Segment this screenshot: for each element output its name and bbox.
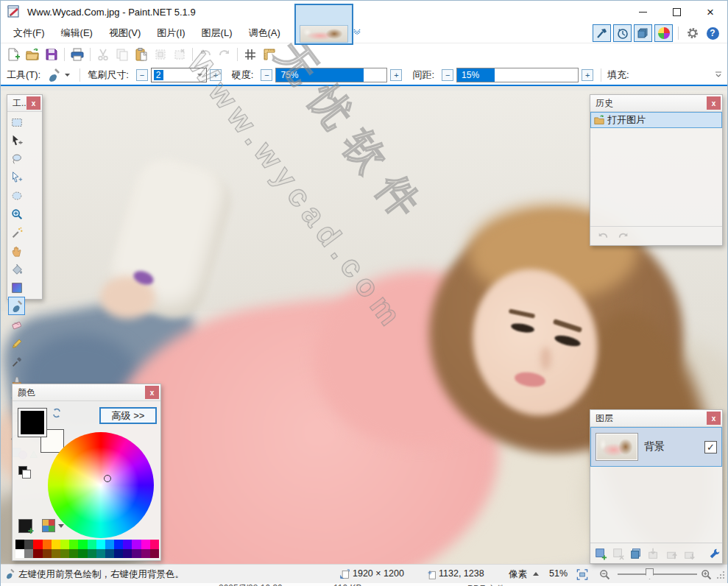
palette-swatch[interactable] — [88, 549, 96, 559]
layer-properties-button[interactable] — [707, 546, 722, 562]
resize-grip[interactable] — [716, 571, 725, 579]
new-file-button[interactable] — [4, 45, 23, 64]
image-tab-active[interactable] — [294, 4, 353, 45]
palette-swatch[interactable] — [114, 540, 123, 549]
palette-swatch[interactable] — [69, 540, 78, 549]
spacing-slider[interactable]: 15% — [456, 68, 579, 82]
palette-swatch[interactable] — [52, 540, 60, 549]
hardness-increase-button[interactable]: + — [390, 69, 402, 81]
merge-layer-down-button[interactable] — [646, 546, 661, 562]
palette-swatch[interactable] — [52, 549, 60, 559]
palette-swatch[interactable] — [141, 549, 150, 559]
tool-move-pixels[interactable] — [8, 131, 25, 149]
minimize-button[interactable] — [626, 1, 660, 23]
open-file-button[interactable] — [23, 45, 42, 64]
palette-swatch[interactable] — [15, 540, 24, 549]
close-button[interactable]: × — [693, 1, 727, 23]
tool-gradient[interactable] — [8, 278, 25, 297]
save-button[interactable] — [42, 45, 61, 64]
duplicate-layer-button[interactable] — [629, 546, 643, 562]
tool-paint-bucket[interactable] — [8, 260, 25, 278]
colors-panel-toggle[interactable] — [654, 24, 673, 42]
tools-panel-header[interactable]: 工... x — [7, 95, 42, 112]
menu-view[interactable]: 视图(V) — [101, 23, 149, 43]
layers-panel-close-button[interactable]: x — [707, 412, 721, 425]
palette-swatch[interactable] — [150, 540, 159, 549]
tool-paintbrush-selected[interactable] — [8, 297, 25, 315]
menu-layers[interactable]: 图层(L) — [194, 23, 241, 43]
palette-swatch[interactable] — [60, 549, 69, 559]
move-layer-down-button[interactable] — [682, 546, 697, 562]
grid-toggle-button[interactable] — [241, 45, 260, 64]
print-button[interactable] — [68, 45, 87, 64]
palette-swatch[interactable] — [105, 540, 114, 549]
palette-swatch[interactable] — [105, 549, 114, 559]
swap-colors-icon[interactable] — [51, 407, 63, 419]
menu-file[interactable]: 文件(F) — [5, 23, 53, 43]
layers-panel-header[interactable]: 图层 x — [590, 410, 722, 427]
units-dropdown[interactable]: 像素 — [509, 568, 527, 581]
tool-move-selection[interactable] — [8, 168, 25, 186]
move-layer-up-button[interactable] — [665, 546, 679, 562]
palette-swatch[interactable] — [69, 549, 78, 559]
menu-adjustments[interactable]: 调色(A) — [240, 23, 288, 43]
zoom-to-fit-icon[interactable] — [576, 569, 588, 580]
history-panel-close-button[interactable]: x — [707, 96, 721, 110]
toolbar-overflow-chevron-icon[interactable] — [714, 70, 723, 79]
palette-swatch[interactable] — [88, 540, 96, 549]
tool-dropdown-chevron-icon[interactable] — [64, 73, 71, 77]
palette-swatch[interactable] — [114, 549, 123, 559]
tool-magic-wand[interactable] — [8, 223, 25, 241]
deselect-button[interactable] — [170, 45, 189, 64]
palette-swatch[interactable] — [60, 540, 69, 549]
menu-edit[interactable]: 编辑(E) — [53, 23, 101, 43]
settings-button[interactable] — [684, 24, 702, 42]
color-wheel-selector[interactable] — [104, 475, 111, 482]
tools-panel-close-button[interactable]: x — [26, 96, 40, 110]
history-panel-header[interactable]: 历史 x — [590, 95, 722, 112]
palette-swatch[interactable] — [78, 540, 87, 549]
palette-swatch[interactable] — [15, 549, 24, 559]
brush-size-combobox[interactable]: 2 — [151, 68, 207, 82]
palette-swatch[interactable] — [33, 540, 42, 549]
palette-swatch[interactable] — [33, 549, 42, 559]
menu-image[interactable]: 图片(I) — [149, 23, 193, 43]
history-item-open-image[interactable]: 打开图片 — [590, 112, 722, 128]
palette-swatch[interactable] — [141, 540, 150, 549]
palette-swatch[interactable] — [150, 549, 159, 559]
advanced-colors-button[interactable]: 高级 >> — [99, 407, 157, 424]
delete-layer-button[interactable] — [611, 546, 626, 562]
tools-panel-toggle[interactable] — [593, 24, 611, 42]
palette-swatch[interactable] — [43, 540, 52, 549]
palette-swatch[interactable] — [24, 549, 33, 559]
current-tool-button[interactable] — [45, 66, 63, 84]
palette-swatch[interactable] — [43, 549, 52, 559]
zoom-slider-track[interactable] — [618, 573, 697, 575]
brush-size-increase-button[interactable]: + — [210, 69, 222, 81]
paste-button[interactable] — [132, 45, 151, 64]
palette-menu-button[interactable] — [42, 519, 64, 532]
colors-panel-header[interactable]: 颜色 x — [13, 384, 160, 401]
hardness-slider[interactable]: 75% — [275, 68, 387, 82]
hardness-decrease-button[interactable]: − — [261, 69, 272, 81]
layers-panel-toggle[interactable] — [634, 24, 652, 42]
zoom-in-icon[interactable] — [700, 568, 713, 581]
tool-ellipse-select[interactable] — [8, 186, 25, 205]
history-redo-icon[interactable] — [617, 230, 630, 242]
undo-button[interactable] — [196, 45, 215, 64]
palette-swatch[interactable] — [96, 549, 105, 559]
ruler-toggle-button[interactable] — [260, 45, 279, 64]
brush-size-decrease-button[interactable]: − — [136, 69, 148, 81]
tool-zoom[interactable] — [8, 205, 25, 223]
tool-eraser[interactable] — [8, 315, 25, 333]
image-list-chevron-icon[interactable] — [353, 29, 361, 35]
tool-pan[interactable] — [8, 241, 25, 260]
history-panel-toggle[interactable] — [613, 24, 632, 42]
tool-color-picker[interactable] — [8, 352, 25, 370]
tool-pencil[interactable] — [8, 333, 25, 352]
copy-button[interactable] — [113, 45, 132, 64]
palette-swatch[interactable] — [123, 540, 132, 549]
history-undo-icon[interactable] — [596, 230, 609, 242]
colors-panel-close-button[interactable]: x — [145, 386, 159, 399]
palette-swatch[interactable] — [96, 540, 105, 549]
